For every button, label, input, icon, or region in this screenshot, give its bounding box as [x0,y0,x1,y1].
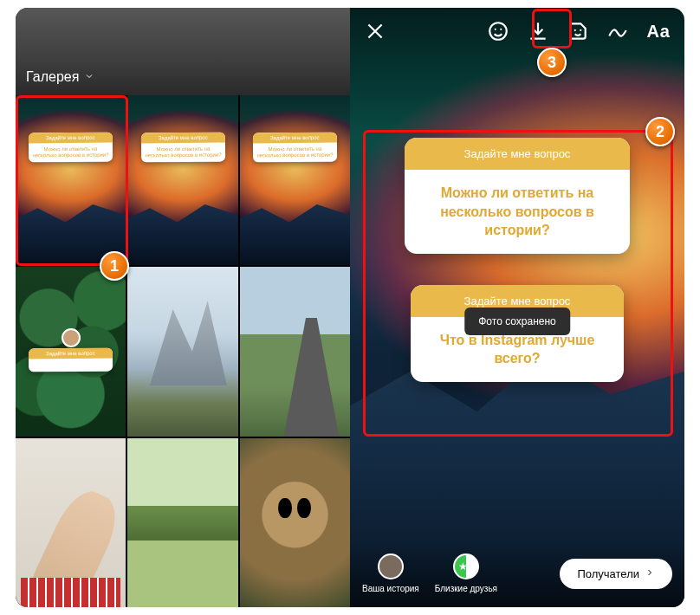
question-sticker-thumb: Задайте мне вопрос [29,348,113,372]
gallery-grid: Задайте мне вопрос Можно ли ответить на … [16,95,350,607]
face-filter-icon[interactable] [487,20,509,42]
your-story-label: Ваша история [362,584,419,593]
avatar [378,554,404,579]
close-icon[interactable] [364,20,386,42]
avatar [62,328,81,347]
svg-point-2 [501,29,502,30]
gallery-item[interactable] [16,438,126,607]
gallery-item[interactable] [127,438,237,607]
close-friends-button[interactable]: Близкие друзья [435,554,497,593]
gallery-header: Галерея [16,8,350,95]
gallery-title-text: Галерея [26,69,79,85]
draw-icon[interactable] [606,20,629,42]
editor-bottombar: Ваша история Близкие друзья Получатели [350,543,684,607]
close-friends-icon [453,554,479,579]
gallery-dropdown[interactable]: Галерея [26,69,94,85]
question-sticker-header: Задайте мне вопрос [405,138,630,170]
chevron-down-icon [84,69,94,85]
your-story-button[interactable]: Ваша история [362,554,419,593]
question-sticker-thumb: Задайте мне вопрос Можно ли ответить на … [140,133,224,163]
download-icon[interactable] [527,20,549,42]
gallery-item[interactable]: Задайте мне вопрос Можно ли ответить на … [127,95,237,265]
chevron-right-icon [645,567,655,580]
svg-point-0 [490,23,508,40]
story-editor-phone: Aa Задайте мне вопрос Можно ли ответить … [350,8,684,607]
gallery-item[interactable]: Задайте мне вопрос Можно ли ответить на … [16,95,126,265]
sticker-area: Задайте мне вопрос Можно ли ответить на … [373,138,662,382]
svg-point-3 [574,29,576,31]
gallery-item[interactable]: Задайте мне вопрос [16,267,126,437]
gallery-item[interactable] [127,267,237,437]
callout-3: 3 [537,48,567,77]
question-sticker-body: Можно ли ответить на несколько вопросов … [405,170,630,254]
recipients-label: Получатели [577,567,639,580]
editor-topbar: Aa [350,8,684,51]
sticker-icon[interactable] [567,20,589,42]
gallery-item[interactable]: Задайте мне вопрос Можно ли ответить на … [240,95,350,265]
question-sticker-thumb: Задайте мне вопрос Можно ли ответить на … [29,133,113,163]
gallery-phone: Галерея Задайте мне вопрос Можно ли отве… [16,8,350,607]
svg-point-1 [495,29,496,30]
callout-1: 1 [100,251,129,281]
text-tool[interactable]: Aa [646,22,671,42]
question-sticker-thumb: Задайте мне вопрос Можно ли ответить на … [253,133,337,163]
recipients-button[interactable]: Получатели [560,559,672,589]
toast-message: Фото сохранено [464,308,570,335]
close-friends-label: Близкие друзья [435,584,497,593]
gallery-item[interactable] [240,267,350,437]
callout-2: 2 [645,117,675,146]
gallery-item[interactable] [240,438,350,607]
question-sticker[interactable]: Задайте мне вопрос Можно ли ответить на … [405,138,630,254]
svg-point-4 [580,29,582,31]
